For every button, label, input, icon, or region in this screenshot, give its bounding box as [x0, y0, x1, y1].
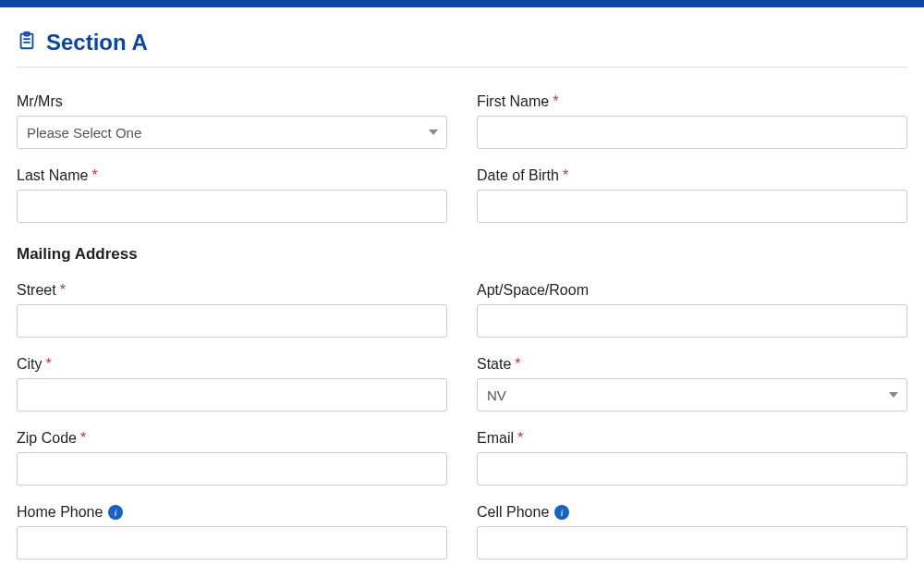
- input-dob[interactable]: [477, 190, 907, 223]
- label-cell-phone: Cell Phone i: [477, 504, 907, 521]
- required-indicator: *: [46, 356, 52, 373]
- required-indicator: *: [553, 93, 558, 110]
- input-city[interactable]: [17, 378, 447, 412]
- field-last-name: Last Name *: [17, 167, 447, 223]
- field-zip: Zip Code *: [17, 430, 447, 486]
- input-home-phone[interactable]: [17, 526, 447, 560]
- label-home-phone: Home Phone i: [17, 504, 447, 521]
- section-header: Section A: [17, 30, 907, 68]
- field-dob: Date of Birth *: [477, 167, 907, 223]
- label-state: State *: [477, 356, 907, 373]
- field-email: Email *: [477, 430, 907, 486]
- input-cell-phone[interactable]: [477, 526, 907, 560]
- required-indicator: *: [563, 167, 568, 184]
- label-first-name: First Name *: [477, 93, 907, 110]
- required-indicator: *: [91, 167, 97, 184]
- label-email: Email *: [477, 430, 907, 447]
- svg-text:i: i: [115, 507, 117, 518]
- required-indicator: *: [80, 430, 86, 447]
- field-street: Street *: [17, 282, 447, 338]
- section-title: Section A: [46, 30, 148, 55]
- label-zip: Zip Code *: [17, 430, 447, 447]
- field-mrmrs: Mr/Mrs Please Select One: [17, 93, 447, 149]
- label-street: Street *: [17, 282, 447, 299]
- field-city: City *: [17, 356, 447, 412]
- clipboard-icon: [17, 31, 37, 55]
- input-apt[interactable]: [477, 304, 907, 338]
- input-street[interactable]: [17, 304, 447, 338]
- svg-text:i: i: [561, 507, 564, 518]
- input-first-name[interactable]: [477, 116, 907, 149]
- top-accent-bar: [0, 0, 924, 7]
- input-zip[interactable]: [17, 452, 447, 486]
- select-mrmrs[interactable]: Please Select One: [17, 116, 447, 149]
- field-state: State * NV: [477, 356, 907, 412]
- field-home-phone: Home Phone i: [17, 504, 447, 560]
- select-state-display: NV: [477, 378, 907, 412]
- label-apt: Apt/Space/Room: [477, 282, 907, 299]
- required-indicator: *: [515, 356, 520, 373]
- field-apt: Apt/Space/Room: [477, 282, 907, 338]
- input-last-name[interactable]: [17, 190, 447, 223]
- required-indicator: *: [60, 282, 66, 299]
- info-icon[interactable]: i: [554, 505, 569, 520]
- mailing-address-heading: Mailing Address: [17, 245, 907, 264]
- required-indicator: *: [517, 430, 523, 447]
- field-cell-phone: Cell Phone i: [477, 504, 907, 560]
- label-last-name: Last Name *: [17, 167, 447, 184]
- label-mrmrs: Mr/Mrs: [17, 93, 447, 110]
- select-mrmrs-display: Please Select One: [17, 116, 447, 149]
- label-city: City *: [17, 356, 447, 373]
- info-icon[interactable]: i: [108, 505, 123, 520]
- form-grid: Mr/Mrs Please Select One First Name * La…: [17, 93, 907, 578]
- label-dob: Date of Birth *: [477, 167, 907, 184]
- input-email[interactable]: [477, 452, 907, 486]
- select-state[interactable]: NV: [477, 378, 907, 412]
- form-content: Section A Mr/Mrs Please Select One First…: [0, 7, 924, 578]
- field-first-name: First Name *: [477, 93, 907, 149]
